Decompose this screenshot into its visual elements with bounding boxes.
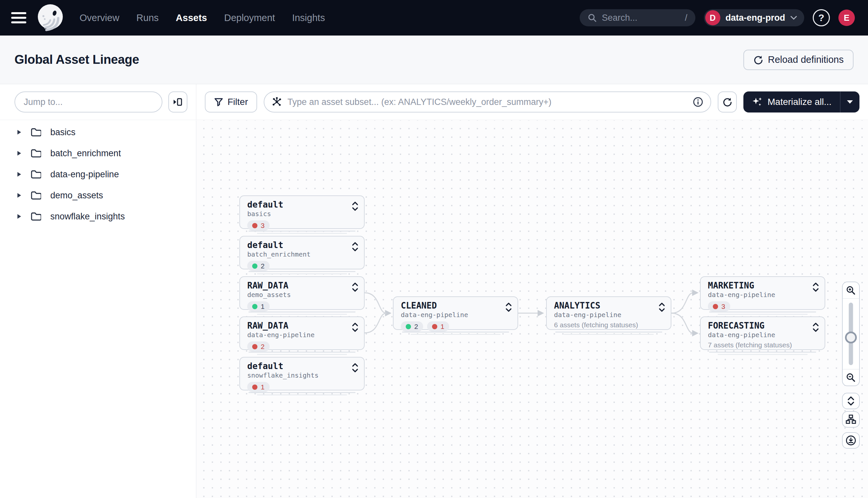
nav-deployment[interactable]: Deployment [224, 13, 275, 23]
error-dot-icon [252, 384, 257, 390]
group-node-title: default [247, 240, 341, 250]
toolbar-left [0, 84, 196, 120]
asset-group-node-cleaned[interactable]: CLEANED data-eng-pipeline 2 1 [393, 296, 518, 330]
expand-group-icon[interactable] [812, 282, 819, 292]
refresh-graph-button[interactable] [718, 91, 737, 113]
asset-group-node-snowflake-insights-default[interactable]: default snowflake_insights 1 [239, 357, 365, 391]
nav-overview[interactable]: Overview [80, 13, 119, 23]
folder-label: demo_assets [50, 191, 103, 201]
search-shortcut-hint: / [685, 13, 687, 23]
zoom-in-button[interactable] [843, 282, 859, 299]
folder-label: basics [50, 127, 76, 137]
materialize-all-label: Materialize all... [767, 97, 831, 107]
user-avatar[interactable]: E [838, 10, 855, 26]
rearrange-layout-button[interactable] [842, 411, 860, 428]
group-node-subtitle: data-eng-pipeline [247, 331, 341, 339]
group-node-subtitle: data-eng-pipeline [401, 311, 494, 319]
status-badge: 1 [247, 382, 270, 392]
lineage-canvas[interactable]: default basics 3 default batch_enrichmen… [196, 120, 868, 498]
global-search[interactable]: / [580, 9, 695, 26]
expand-collapse-all-button[interactable] [842, 393, 860, 409]
collapse-panel-icon [173, 97, 183, 107]
zoom-slider[interactable] [843, 299, 859, 369]
asset-group-sidebar: basics batch_enrichment data-eng-pipelin… [0, 120, 196, 498]
page-header: Global Asset Lineage Reload definitions [0, 36, 868, 84]
folder-icon [30, 149, 41, 158]
status-badge: 2 [401, 322, 423, 331]
expand-group-icon[interactable] [505, 302, 512, 312]
download-icon [846, 435, 856, 446]
org-chart-icon [846, 415, 856, 424]
nav-assets[interactable]: Assets [176, 13, 207, 23]
asset-subset-field [264, 91, 711, 113]
hamburger-menu-icon[interactable] [11, 11, 28, 24]
caret-down-icon [847, 100, 853, 104]
reload-definitions-button[interactable]: Reload definitions [743, 50, 854, 70]
sparkles-icon [752, 97, 762, 107]
folder-icon [30, 191, 41, 200]
caret-right-icon[interactable] [17, 193, 22, 198]
primary-nav: Overview Runs Assets Deployment Insights [80, 13, 325, 23]
expand-group-icon[interactable] [812, 322, 819, 332]
group-node-subtitle: basics [247, 210, 341, 218]
group-node-title: CLEANED [401, 300, 494, 311]
download-image-button[interactable] [842, 432, 860, 449]
expand-group-icon[interactable] [351, 242, 359, 252]
filter-button[interactable]: Filter [205, 91, 257, 113]
caret-right-icon[interactable] [17, 214, 22, 219]
page-title: Global Asset Lineage [14, 53, 139, 67]
jump-to-input[interactable] [14, 91, 162, 113]
deployment-badge: D [705, 10, 720, 25]
group-node-subtitle: data-eng-pipeline [708, 331, 802, 339]
help-icon[interactable]: ? [813, 9, 830, 26]
expand-group-icon[interactable] [351, 282, 359, 292]
asset-group-node-batch-enrichment-default[interactable]: default batch_enrichment 2 [239, 236, 365, 270]
sidebar-folder-data-eng-pipeline[interactable]: data-eng-pipeline [0, 164, 196, 185]
group-node-subtitle: batch_enrichment [247, 250, 341, 259]
collapse-sidebar-button[interactable] [168, 91, 187, 113]
materialize-options-button[interactable] [840, 91, 859, 113]
nav-insights[interactable]: Insights [292, 13, 325, 23]
group-node-status-text: 7 assets (fetching statuses) [708, 341, 802, 349]
materialize-all-split-button: Materialize all... [743, 91, 859, 113]
sidebar-folder-snowflake-insights[interactable]: snowflake_insights [0, 206, 196, 227]
expand-group-icon[interactable] [658, 302, 666, 312]
asset-subset-input[interactable] [288, 97, 687, 107]
search-input[interactable] [602, 13, 680, 23]
error-dot-icon [252, 344, 257, 349]
deployment-name: data-eng-prod [726, 13, 786, 23]
group-node-title: RAW_DATA [247, 320, 341, 331]
expand-group-icon[interactable] [351, 363, 359, 373]
asset-group-node-forecasting[interactable]: FORECASTING data-eng-pipeline 7 assets (… [700, 316, 825, 350]
group-node-subtitle: snowflake_insights [247, 371, 341, 380]
sidebar-folder-demo-assets[interactable]: demo_assets [0, 185, 196, 206]
info-icon[interactable] [693, 97, 703, 107]
expand-collapse-icon [847, 396, 855, 406]
group-node-subtitle: data-eng-pipeline [554, 311, 648, 319]
folder-label: snowflake_insights [50, 211, 125, 222]
reload-definitions-label: Reload definitions [768, 54, 844, 65]
zoom-out-button[interactable] [843, 369, 859, 385]
materialize-all-button[interactable]: Materialize all... [743, 91, 840, 113]
filter-button-label: Filter [228, 97, 248, 107]
caret-right-icon[interactable] [17, 172, 22, 177]
toolbar-right: Filter [196, 84, 868, 120]
nav-runs[interactable]: Runs [136, 13, 159, 23]
caret-right-icon[interactable] [17, 150, 22, 156]
caret-right-icon[interactable] [17, 130, 22, 135]
filter-funnel-icon [214, 97, 223, 107]
asset-group-node-analytics[interactable]: ANALYTICS data-eng-pipeline 6 assets (fe… [546, 296, 671, 330]
status-badge: 2 [247, 341, 270, 352]
sidebar-folder-basics[interactable]: basics [0, 122, 196, 143]
expand-group-icon[interactable] [351, 322, 359, 332]
asset-group-node-data-eng-pipeline-raw-data[interactable]: RAW_DATA data-eng-pipeline 2 [239, 316, 365, 350]
sidebar-folder-batch-enrichment[interactable]: batch_enrichment [0, 143, 196, 164]
asset-group-node-basics-default[interactable]: default basics 3 [239, 195, 365, 229]
asset-group-node-demo-assets-raw-data[interactable]: RAW_DATA demo_assets 1 [239, 276, 365, 310]
expand-group-icon[interactable] [351, 201, 359, 211]
deployment-switcher[interactable]: D data-eng-prod [704, 9, 804, 26]
zoom-slider-thumb[interactable] [845, 331, 857, 343]
folder-icon [30, 128, 41, 137]
group-node-title: default [247, 361, 341, 371]
asset-group-node-marketing[interactable]: MARKETING data-eng-pipeline 3 [700, 276, 825, 310]
